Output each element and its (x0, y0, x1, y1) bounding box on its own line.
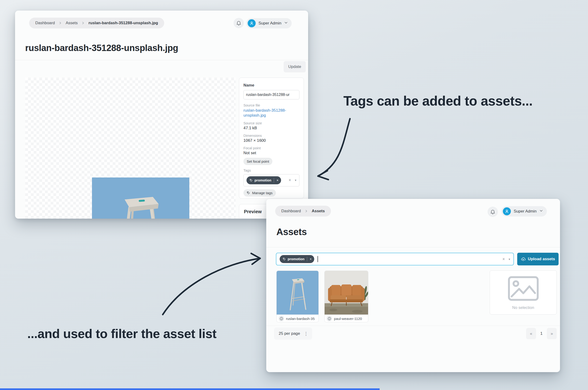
focal-point-value: Not set (243, 151, 299, 155)
user-name: Super Admin (259, 21, 281, 26)
manage-tags-button[interactable]: Manage tags (243, 189, 276, 196)
breadcrumb-item-assets[interactable]: Assets (66, 21, 78, 25)
asset-thumbnail-stool (277, 271, 319, 315)
next-page-button[interactable]: » (547, 328, 557, 339)
header-divider (266, 247, 560, 247)
per-page-selector[interactable]: 25 per page ⋮ (274, 328, 312, 340)
source-size-value: 47.1 kB (243, 126, 299, 131)
asset-card-stool[interactable]: ruslan-bardash-35 (276, 271, 319, 322)
source-file-link[interactable]: ruslan-bardash-351288- unsplash.jpg (243, 108, 299, 118)
breadcrumb-item-dashboard[interactable]: Dashboard (35, 21, 55, 25)
chevron-down-icon (539, 209, 543, 214)
asset-thumbnail-sofa (324, 271, 368, 315)
focal-point-label: Focal point (243, 146, 299, 150)
name-label: Name (243, 83, 299, 88)
arrow-to-tags-field (318, 119, 350, 176)
arrow-to-filter-input (163, 258, 260, 315)
asset-info-button[interactable] (278, 316, 284, 321)
asset-list-window: Dashboard Assets Super Admin Assets prom… (266, 199, 560, 372)
chevron-right-icon (81, 21, 85, 25)
breadcrumb: Dashboard Assets ruslan-bardash-351288-u… (29, 18, 164, 28)
asset-info-button[interactable] (326, 316, 332, 321)
prev-page-button[interactable]: « (526, 328, 536, 339)
name-field[interactable] (243, 90, 299, 99)
chevron-right-icon (305, 209, 308, 213)
no-selection-panel: No selection (490, 270, 557, 315)
asset-filename: ruslan-bardash-35 (286, 317, 315, 321)
tags-input[interactable]: promotion × × ▾ (243, 174, 299, 187)
tags-dropdown-caret-icon[interactable]: ▾ (295, 178, 296, 182)
image-preview-area (25, 78, 236, 219)
breadcrumb: Dashboard Assets (275, 206, 331, 216)
filter-chip-label: promotion (288, 257, 305, 261)
remove-tag-icon[interactable]: × (274, 176, 281, 184)
person-icon (249, 21, 254, 26)
tag-chip-promotion: promotion × (247, 176, 281, 184)
per-page-label: 25 per page (279, 331, 300, 336)
text-cursor (318, 256, 318, 262)
source-file-link-line2: unsplash.jpg (243, 113, 299, 118)
current-page-number: 1 (539, 331, 544, 336)
notifications-button[interactable] (487, 207, 498, 217)
info-icon (327, 317, 331, 321)
clear-filter-icon[interactable]: × (502, 257, 505, 262)
avatar (503, 207, 511, 215)
remove-filter-tag-icon[interactable]: × (307, 255, 314, 263)
user-name: Super Admin (514, 209, 536, 214)
filter-dropdown-caret-icon[interactable]: ▾ (509, 257, 510, 261)
source-size-label: Source size (243, 121, 299, 125)
asset-detail-window: Dashboard Assets ruslan-bardash-351288-u… (15, 11, 308, 219)
no-selection-label: No selection (512, 305, 534, 310)
cloud-upload-icon (521, 257, 526, 262)
annotation-tags-note: Tags can be added to assets... (343, 93, 533, 109)
bell-icon (236, 20, 242, 26)
kebab-menu-icon[interactable]: ⋮ (304, 331, 308, 337)
stool-illustration (105, 184, 176, 219)
avatar (248, 19, 256, 27)
sofa-illustration (324, 271, 368, 315)
tag-icon (250, 179, 253, 182)
page-title: ruslan-bardash-351288-unsplash.jpg (25, 43, 178, 53)
tags-label: Tags (243, 168, 299, 172)
header-divider (15, 60, 308, 60)
pagination: « 1 » (526, 328, 557, 339)
tag-chip-label: promotion (255, 178, 271, 182)
arrowhead-right (251, 253, 260, 264)
asset-card-sofa[interactable]: paul-weaver-1120 (324, 271, 368, 322)
manage-tags-label: Manage tags (252, 191, 272, 195)
asset-image-stool (92, 178, 189, 219)
breadcrumb-item-current: Assets (312, 209, 325, 213)
user-menu[interactable]: Super Admin (501, 206, 547, 216)
set-focal-point-label: Set focal point (247, 159, 269, 163)
asset-filename: paul-weaver-1120 (334, 317, 362, 321)
notifications-button[interactable] (234, 18, 244, 28)
update-button[interactable]: Update (284, 61, 306, 72)
stool-illustration (285, 274, 311, 312)
video-progress-bar (0, 388, 380, 390)
tag-icon (247, 191, 250, 195)
source-file-label: Source file (243, 103, 299, 107)
image-placeholder-icon (506, 275, 541, 302)
upload-assets-label: Upload assets (528, 257, 555, 261)
person-icon (504, 209, 509, 214)
page-title: Assets (276, 227, 307, 237)
annotation-filter-note: ...and used to filter the asset list (27, 326, 216, 341)
dimensions-label: Dimensions (243, 134, 299, 138)
tag-icon (283, 257, 286, 261)
info-icon (279, 317, 283, 321)
clear-tags-icon[interactable]: × (289, 178, 291, 183)
asset-fields-panel: Name Source file ruslan-bardash-351288- … (239, 78, 304, 199)
source-file-link-line1: ruslan-bardash-351288- (243, 108, 299, 113)
tag-filter-input[interactable]: promotion × × ▾ (276, 253, 514, 265)
user-menu[interactable]: Super Admin (246, 18, 292, 28)
footer-divider (266, 326, 560, 326)
dimensions-value: 1067 × 1600 (243, 138, 299, 143)
arrowhead-left (318, 171, 328, 180)
filter-chip-promotion: promotion × (280, 255, 314, 263)
chevron-down-icon (284, 21, 288, 26)
breadcrumb-item-dashboard[interactable]: Dashboard (281, 209, 301, 213)
set-focal-point-button[interactable]: Set focal point (243, 158, 272, 165)
bell-icon (490, 209, 496, 215)
upload-assets-button[interactable]: Upload assets (517, 253, 559, 265)
chevron-right-icon (58, 21, 62, 25)
